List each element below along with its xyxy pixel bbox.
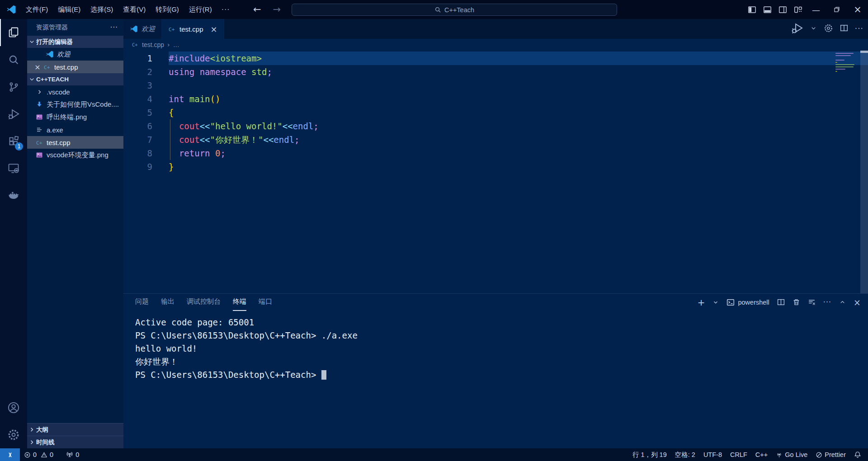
- editor-action-chevron-down[interactable]: [810, 25, 817, 33]
- tree-item-关于如何使用VsCode....[interactable]: 关于如何使用VsCode....: [27, 98, 123, 111]
- code-line-2[interactable]: 2using namespace std;: [123, 65, 868, 79]
- remote-indicator[interactable]: [0, 448, 20, 461]
- kill-terminal-trash-icon[interactable]: [793, 298, 800, 306]
- split-terminal-icon[interactable]: [777, 298, 785, 306]
- terminal-instance-powershell[interactable]: powershell: [726, 298, 769, 306]
- line-content: using namespace std;: [169, 65, 868, 79]
- code-line-5[interactable]: 5{: [123, 106, 868, 119]
- activity-item-remote-explorer[interactable]: [0, 155, 27, 182]
- restore-button[interactable]: [826, 0, 847, 19]
- forwarded-ports-status[interactable]: 0: [62, 448, 83, 461]
- chevron-right-icon: [28, 439, 35, 446]
- activity-item-run-debug[interactable]: [0, 100, 27, 127]
- menu-item-0[interactable]: 文件(F): [21, 0, 53, 19]
- activity-item-extensions[interactable]: 1: [0, 127, 27, 155]
- open-editor-test.cpp[interactable]: ×C+test.cpp: [27, 61, 123, 73]
- panel-tab-终端[interactable]: 终端: [233, 293, 246, 311]
- toggle-panel-icon[interactable]: [760, 0, 775, 19]
- breadcrumb-file[interactable]: test.cpp: [142, 41, 164, 48]
- command-center-search[interactable]: C++Teach: [292, 4, 617, 16]
- tab-test.cpp[interactable]: C+test.cpp×: [162, 19, 224, 39]
- activity-item-account[interactable]: [0, 394, 27, 421]
- tree-item-label: 关于如何使用VsCode....: [47, 100, 119, 109]
- activity-item-docker[interactable]: [0, 182, 27, 209]
- activity-item-search[interactable]: [0, 46, 27, 73]
- chevron-down-icon: [28, 76, 35, 83]
- close-editor-icon[interactable]: ×: [33, 63, 42, 71]
- maximize-panel-chevron-icon[interactable]: [839, 299, 846, 306]
- breadcrumb-more[interactable]: …: [173, 41, 179, 48]
- minimize-button[interactable]: —: [806, 0, 826, 19]
- status-prettier[interactable]: Prettier: [811, 451, 850, 458]
- editor-action-more[interactable]: ···: [855, 25, 863, 33]
- code-line-6[interactable]: 6 cout<<"hello world!"<<endl;: [123, 119, 868, 133]
- panel-tab-端口[interactable]: 端口: [259, 293, 272, 311]
- editor-scrollbar[interactable]: [860, 51, 868, 293]
- code-line-4[interactable]: 4int main(): [123, 92, 868, 106]
- line-number: 1: [123, 52, 169, 65]
- problems-status[interactable]: 0 0: [20, 448, 57, 461]
- status-indentation[interactable]: 空格: 2: [671, 451, 699, 459]
- tree-item-test.cpp[interactable]: C+test.cpp: [27, 136, 123, 149]
- toggle-secondary-sidebar-icon[interactable]: [775, 0, 790, 19]
- status-encoding[interactable]: UTF-8: [699, 451, 726, 458]
- code-line-7[interactable]: 7 cout<<"你好世界！"<<endl;: [123, 133, 868, 146]
- menu-item-4[interactable]: 转到(G): [151, 0, 184, 19]
- tab-欢迎[interactable]: 欢迎: [123, 19, 162, 39]
- status-go-live[interactable]: Go Live: [772, 451, 811, 458]
- status-eol[interactable]: CRLF: [726, 451, 751, 458]
- tree-item-vscode环境变量.png[interactable]: vscode环境变量.png: [27, 149, 123, 161]
- tree-item-呼出终端.png[interactable]: 呼出终端.png: [27, 111, 123, 123]
- editor-action-split[interactable]: [840, 24, 848, 34]
- customize-layout-icon[interactable]: [790, 0, 806, 19]
- status-cursor-position[interactable]: 行 1，列 19: [628, 451, 671, 459]
- activity-item-explorer[interactable]: [0, 19, 27, 46]
- back-arrow-icon[interactable]: ←: [253, 4, 261, 15]
- code-line-3[interactable]: 3: [123, 79, 868, 92]
- project-folder-header[interactable]: C++TEACH: [27, 73, 123, 85]
- terminal-dropdown-chevron-icon[interactable]: [712, 299, 719, 306]
- status-notifications[interactable]: [850, 451, 865, 458]
- menu-item-1[interactable]: 编辑(E): [53, 0, 85, 19]
- line-number: 9: [123, 160, 169, 174]
- editor-action-gear[interactable]: [824, 24, 833, 35]
- panel-actions: + powershell: [698, 297, 861, 308]
- clear-terminal-icon[interactable]: [808, 298, 816, 306]
- open-editor-欢迎[interactable]: 欢迎: [27, 48, 123, 61]
- open-editors-header[interactable]: 打开的编辑器: [27, 36, 123, 48]
- menu-item-2[interactable]: 选择(S): [85, 0, 118, 19]
- new-terminal-icon[interactable]: +: [698, 297, 705, 308]
- activity-item-settings[interactable]: [0, 421, 27, 448]
- status-language-mode[interactable]: C++: [751, 451, 772, 458]
- panel-tab-输出[interactable]: 输出: [161, 293, 175, 311]
- menu-overflow-icon[interactable]: ···: [217, 0, 235, 19]
- breadcrumb[interactable]: C+ test.cpp › …: [123, 39, 868, 51]
- code-editor[interactable]: 1#include<iostream>2using namespace std;…: [123, 51, 868, 293]
- code-line-9[interactable]: 9}: [123, 160, 868, 174]
- panel-more-actions-icon[interactable]: ···: [823, 298, 831, 306]
- panel-tab-问题[interactable]: 问题: [135, 293, 149, 311]
- section-大纲[interactable]: 大纲: [27, 423, 123, 436]
- panel-tab-调试控制台[interactable]: 调试控制台: [187, 293, 221, 311]
- toggle-sidebar-icon[interactable]: [744, 0, 760, 19]
- status-bar-right: 行 1，列 19空格: 2UTF-8CRLFC++Go LivePrettier: [628, 451, 868, 459]
- close-tab-icon[interactable]: ×: [211, 24, 217, 34]
- editor-action-run-debug[interactable]: [791, 22, 803, 36]
- activity-item-source-control[interactable]: [0, 73, 27, 100]
- menu-item-3[interactable]: 查看(V): [118, 0, 151, 19]
- tree-item-a.exe[interactable]: a.exe: [27, 123, 123, 136]
- forward-arrow-icon[interactable]: →: [273, 4, 281, 15]
- minimap[interactable]: [835, 53, 856, 72]
- code-line-1[interactable]: 1#include<iostream>: [123, 52, 868, 65]
- code-line-8[interactable]: 8 return 0;: [123, 146, 868, 160]
- close-panel-icon[interactable]: ×: [854, 297, 861, 307]
- line-number: 2: [123, 65, 169, 79]
- sidebar-more-actions-icon[interactable]: ···: [110, 24, 118, 32]
- status-label: Go Live: [785, 451, 807, 458]
- close-window-button[interactable]: ×: [847, 0, 868, 19]
- menu-item-5[interactable]: 运行(R): [184, 0, 217, 19]
- line-number: 7: [123, 133, 169, 146]
- terminal-output[interactable]: Active code page: 65001PS C:\Users\86153…: [123, 310, 868, 448]
- section-时间线[interactable]: 时间线: [27, 436, 123, 448]
- tree-item-.vscode[interactable]: .vscode: [27, 85, 123, 98]
